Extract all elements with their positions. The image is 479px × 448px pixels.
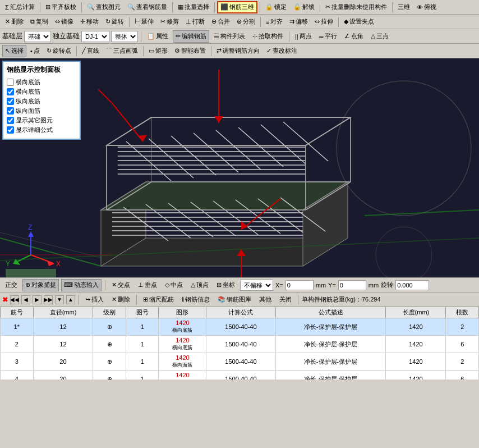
nav-next-btn[interactable]: ▶: [33, 295, 42, 304]
nav-prev-btn[interactable]: ◀: [21, 295, 30, 304]
y-label: Y=: [328, 282, 336, 289]
rebar-3d-btn[interactable]: ⬛ 钢筋三维: [217, 1, 257, 13]
type-label: 独立基础: [53, 31, 80, 41]
scope-select[interactable]: 整体: [111, 31, 138, 42]
view-btn[interactable]: 👁 俯视: [414, 1, 439, 13]
midpoint-btn[interactable]: ◇ 中点: [162, 279, 186, 291]
pick-element-btn[interactable]: ⊹ 拾取构件: [250, 30, 286, 43]
properties-btn[interactable]: 📋 属性: [144, 30, 171, 43]
nav-last-btn[interactable]: ▶▶: [44, 295, 53, 304]
check-mark-btn[interactable]: ✓ 查改标注: [264, 45, 300, 57]
info-icon: ℹ: [182, 296, 184, 303]
summarize-btn[interactable]: Σ 汇总计算: [2, 1, 38, 13]
checkbox-horiz-bottom2-input[interactable]: [7, 88, 14, 95]
line-btn[interactable]: ╱ 直线: [79, 45, 102, 57]
checkbox-vert-face[interactable]: 纵向面筋: [7, 107, 76, 115]
checkbox-horiz-bottom1-input[interactable]: [7, 79, 14, 86]
cross-btn[interactable]: ✕ 交点: [109, 279, 133, 291]
three-point-btn[interactable]: △ 三点: [368, 30, 392, 43]
unlock-btn[interactable]: 🔓 解锁: [291, 1, 317, 13]
rotate-input[interactable]: [395, 280, 429, 290]
element-select[interactable]: DJ-1: [81, 31, 109, 42]
merge-btn[interactable]: ⊕ 合并: [209, 16, 233, 28]
delete-btn[interactable]: ✕ 删除: [2, 16, 26, 28]
rotate-btn[interactable]: ↻ 旋转: [103, 16, 127, 28]
canvas-area[interactable]: Z X Y 钢筋显示控制面板 横向底筋: [0, 58, 479, 277]
rotate-point-btn[interactable]: ↻ 旋转点: [44, 45, 74, 57]
rebar-library-btn[interactable]: 📚 钢筋图库: [215, 294, 254, 305]
table-row[interactable]: 3 20 ⊕ 1 1420横向面筋 1500-40-40 净长-保护层-保护层 …: [1, 353, 479, 371]
adjust-direction-btn[interactable]: ⇄ 调整钢筋方向: [214, 45, 262, 57]
parallel-btn[interactable]: ═ 平行: [316, 30, 340, 43]
stretch-btn[interactable]: ⇔ 拉伸: [312, 16, 336, 28]
smart-layout-btn[interactable]: ⚙ 智能布置: [172, 45, 209, 57]
select-tool-btn[interactable]: ↖ 选择: [2, 45, 26, 57]
checkbox-show-other-input[interactable]: [7, 117, 14, 124]
batch-select-btn[interactable]: ▦ 批量选择: [175, 1, 212, 13]
layer-select[interactable]: 基础: [24, 31, 51, 42]
ortho-btn[interactable]: 正交: [2, 279, 20, 291]
extend-btn[interactable]: ⊢ 延伸: [132, 16, 156, 28]
eye-icon: 👁: [417, 4, 423, 11]
align-btn[interactable]: ≡ 对齐: [263, 16, 285, 28]
mirror-btn[interactable]: ⇔ 镜像: [52, 16, 76, 28]
scale-match-btn[interactable]: ⊞ 缩尺配筋: [140, 294, 177, 305]
batch-delete-btn[interactable]: ✂ 批量删除未使用构件: [323, 1, 390, 13]
trim-btn[interactable]: ✂ 修剪: [158, 16, 182, 28]
3d-btn[interactable]: 三维: [395, 1, 413, 13]
move-btn[interactable]: ✛ 移动: [77, 16, 102, 28]
checkbox-show-formula-input[interactable]: [7, 126, 14, 134]
capture-btn[interactable]: ⊕ 对象捕捉: [22, 279, 59, 291]
close-btn[interactable]: 关闭: [277, 294, 294, 305]
nav-down-btn[interactable]: ▼: [55, 295, 64, 304]
flatboard-btn[interactable]: ⊞ 平齐板校: [43, 1, 79, 13]
three-point-arc-btn[interactable]: ⌒ 三点画弧: [103, 45, 141, 57]
x-input[interactable]: [285, 280, 314, 290]
y-input[interactable]: [338, 280, 366, 290]
angle-point-btn[interactable]: ∠ 点角: [342, 30, 366, 43]
delete-row-btn[interactable]: ✕ 删除: [109, 294, 133, 305]
nav-first-btn[interactable]: ◀◀: [10, 295, 19, 304]
rectangle-btn[interactable]: ▭ 矩形: [146, 45, 171, 57]
checkbox-vert-bottom[interactable]: 纵向底筋: [7, 97, 76, 106]
table-row[interactable]: 4 20 ⊕ 1 1420横向面筋 1500-40-40 净长-保护层-保护层 …: [1, 371, 479, 380]
rebar-info-btn[interactable]: ℹ 钢筋信息: [179, 294, 213, 305]
two-point-btn[interactable]: || 两点: [292, 30, 315, 43]
table-row[interactable]: 2 12 ⊕ 1 1420横向底筋 1500-40-40 净长-保护层-保护层 …: [1, 336, 479, 353]
data-table-container[interactable]: 筋号 直径(mm) 级别 图号 图形 计算公式 公式描述 长度(mm) 根数 1…: [0, 307, 479, 380]
checkbox-vert-bottom-input[interactable]: [7, 98, 14, 105]
cell-shape: 1420横向底筋: [159, 336, 206, 353]
checkbox-horiz-bottom1[interactable]: 横向底筋: [7, 78, 76, 86]
cell-shape: 1420横向面筋: [159, 353, 206, 371]
coord-btn[interactable]: ⊞ 坐标: [214, 279, 238, 291]
table-row[interactable]: 1* 12 ⊕ 1 1420横向底筋 1500-40-40 净长-保护层-保护层…: [1, 318, 479, 336]
edit-rebar-btn[interactable]: ✏ 编辑钢筋: [173, 30, 209, 43]
offset-select[interactable]: 不偏移: [240, 280, 273, 291]
split-btn[interactable]: ⊗ 分割: [234, 16, 258, 28]
insert-row-btn[interactable]: ↪ 插入: [82, 294, 107, 305]
checkbox-show-other[interactable]: 显示其它图元: [7, 116, 76, 125]
angle-icon: ∠: [344, 33, 350, 40]
view-rebar2-btn[interactable]: 🔍 查看钢筋量: [125, 1, 170, 13]
checkbox-show-formula[interactable]: 显示详细公式: [7, 126, 76, 134]
dynamic-input-btn[interactable]: ⌨ 动态输入: [61, 279, 102, 291]
offset-btn[interactable]: ⇉ 偏移: [287, 16, 311, 28]
copy-btn[interactable]: ⧉ 复制: [27, 16, 51, 28]
svg-text:Z: Z: [28, 223, 32, 231]
col-header-shape: 图形: [159, 307, 206, 318]
punch-btn[interactable]: ⊥ 打断: [183, 16, 208, 28]
set-point-btn[interactable]: ◆ 设置夹点: [341, 16, 377, 28]
sep-sb-1: [105, 280, 105, 290]
apex-btn[interactable]: △ 顶点: [188, 279, 211, 291]
checkbox-horiz-bottom2[interactable]: 横向底筋: [7, 88, 76, 96]
nav-up-btn[interactable]: ▲: [66, 295, 75, 304]
layer-label: 基础层: [2, 31, 22, 41]
checkbox-vert-face-input[interactable]: [7, 107, 14, 115]
lock-btn[interactable]: 🔒 锁定: [262, 1, 289, 13]
element-list-btn[interactable]: ☰ 构件列表: [211, 30, 248, 43]
other-btn[interactable]: 其他: [256, 294, 274, 305]
perp-btn[interactable]: ⊥ 垂点: [135, 279, 160, 291]
view-rebar-btn[interactable]: 🔍 查找图元: [84, 1, 123, 13]
dot-point-btn[interactable]: • 点: [27, 45, 43, 57]
sep5: [260, 2, 260, 12]
